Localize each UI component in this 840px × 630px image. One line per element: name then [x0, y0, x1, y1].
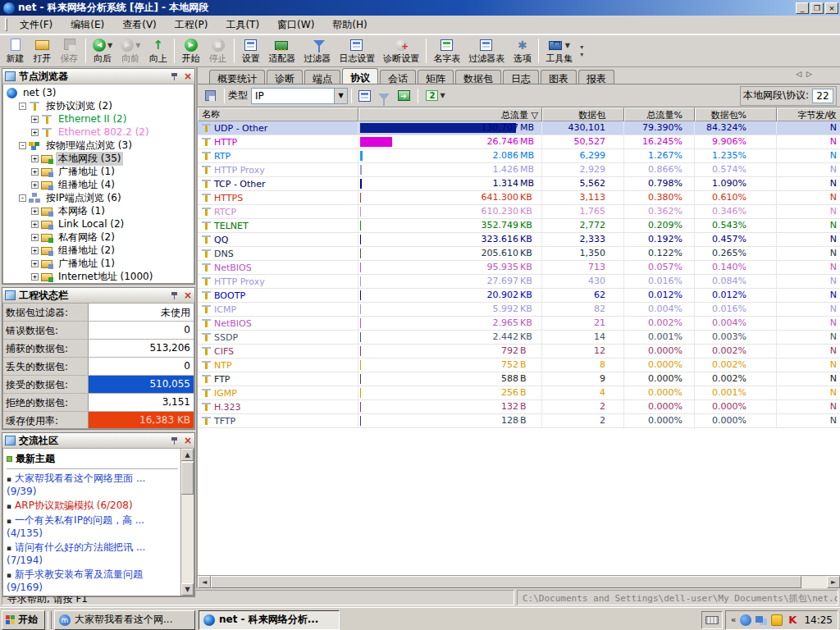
maxthon-tray-icon[interactable]	[740, 614, 751, 626]
forum-topic-link[interactable]: ▪一个有关私有IP的问题，高 ... (4/135)	[7, 514, 178, 540]
pin-icon[interactable]	[171, 436, 179, 445]
horizontal-scrollbar[interactable]: ◄ ►	[198, 575, 840, 588]
tab-日志[interactable]: 日志	[503, 70, 539, 84]
toolbar-button-filter-table-grid[interactable]: 过滤器表	[464, 36, 509, 66]
refresh-button[interactable]: 2▼	[422, 88, 450, 104]
details-button[interactable]	[355, 88, 373, 104]
menu-item[interactable]: 编辑(E)	[62, 16, 113, 33]
antivirus-tray-icon[interactable]: K	[787, 614, 798, 626]
menu-item[interactable]: 文件(F)	[11, 16, 62, 33]
protocol-row[interactable]: TCP - Other1.314MB5,5620.798%1.090%N	[198, 177, 840, 191]
menu-item[interactable]: 工具(T)	[217, 16, 268, 33]
toolbar-button-new-page[interactable]: 新建	[2, 36, 29, 66]
tab-报表[interactable]: 报表	[578, 70, 614, 84]
protocol-row[interactable]: HTTP26.746MB50,52716.245%9.906%N	[198, 135, 840, 149]
tab-概要统计[interactable]: 概要统计	[209, 70, 265, 84]
input-method-button[interactable]	[701, 611, 723, 629]
column-header-2[interactable]: 总流量 ▽	[358, 107, 542, 121]
tab-诊断[interactable]: 诊断	[267, 70, 303, 84]
protocol-row[interactable]: NetBIOS2.965KB210.002%0.004%N	[198, 317, 840, 331]
toolbar-button-diagnosis-settings[interactable]: 诊断设置	[379, 36, 423, 66]
tab-矩阵[interactable]: 矩阵	[418, 70, 454, 84]
taskbar-task-app[interactable]: net - 科来网络分析...	[199, 610, 340, 630]
scroll-down-icon[interactable]: ▼	[181, 583, 194, 596]
protocol-row[interactable]: HTTP Proxy27.697KB4300.016%0.084%N	[198, 275, 840, 289]
toolbar-button-name-table-grid[interactable]: 名字表	[429, 36, 464, 66]
tree-item[interactable]: +组播地址 (2)	[5, 244, 194, 257]
protocol-row[interactable]: CIFS792B120.000%0.002%N	[198, 345, 840, 358]
tree-item[interactable]: -按IP端点浏览 (6)	[5, 191, 194, 204]
scrollbar-thumb[interactable]	[181, 462, 194, 495]
chevron-down-icon[interactable]: ▼	[107, 42, 112, 49]
security-tray-icon[interactable]	[771, 614, 783, 626]
forum-topic-link[interactable]: ▪新手求教安装布署及流量问题 (9/169)	[7, 568, 178, 594]
expand-icon[interactable]: +	[31, 129, 39, 136]
save-button[interactable]	[201, 88, 219, 104]
expand-icon[interactable]: +	[31, 247, 39, 254]
minimize-button[interactable]: _	[796, 2, 809, 14]
toolbar-button-back-circle[interactable]: ◀▼向后	[89, 36, 116, 66]
chevron-down-icon[interactable]: ▼	[135, 42, 140, 49]
toolbar-button-filter-funnel[interactable]: 过滤器	[299, 36, 335, 66]
expand-icon[interactable]: +	[31, 168, 39, 176]
tree-item[interactable]: +Internet地址 (1000)	[5, 270, 194, 283]
protocol-row[interactable]: NTP752B80.000%0.002%N	[198, 358, 840, 372]
menu-item[interactable]: 查看(V)	[113, 16, 166, 33]
tab-scroll-arrows[interactable]: ◁▷	[796, 70, 817, 78]
scroll-left-icon[interactable]: ◄	[198, 576, 211, 588]
menu-item[interactable]: 工程(P)	[166, 16, 217, 33]
protocol-row[interactable]: IGMP256B40.000%0.001%N	[198, 386, 840, 400]
protocol-row[interactable]: SSDP2.442KB140.001%0.003%N	[198, 331, 840, 345]
protocol-row[interactable]: TELNET352.749KB2,7720.209%0.543%N	[198, 219, 840, 233]
protocol-row[interactable]: TFTP128B20.000%0.000%N	[198, 414, 840, 428]
pin-icon[interactable]	[171, 291, 179, 300]
tab-端点[interactable]: 端点	[304, 70, 340, 84]
column-header-5[interactable]: 数据包%	[695, 107, 777, 121]
close-icon[interactable]: ×	[184, 436, 192, 445]
scroll-up-icon[interactable]: ▲	[181, 449, 194, 461]
collapse-tray-icon[interactable]: «	[731, 614, 737, 625]
column-header-6[interactable]: 字节发/收	[777, 107, 840, 121]
tree-item[interactable]: +广播地址 (1)	[5, 257, 194, 270]
scroll-right-icon[interactable]: ►	[827, 576, 840, 588]
protocol-row[interactable]: ICMP5.992KB820.004%0.016%N	[198, 303, 840, 317]
tree-item[interactable]: +广播地址 (1)	[5, 165, 194, 178]
protocol-row[interactable]: HTTPS641.300KB3,1130.380%0.610%N	[198, 191, 840, 205]
close-icon[interactable]: ×	[184, 71, 192, 81]
close-button[interactable]: ×	[825, 2, 838, 14]
toolbar-button-adapter-card[interactable]: 适配器	[264, 36, 299, 66]
tree-item[interactable]: +Ethernet 802.2 (2)	[5, 126, 194, 139]
restore-button[interactable]: ❐	[810, 2, 824, 14]
protocol-row[interactable]: RTP2.086MB6,2991.267%1.235%N	[198, 149, 840, 163]
network-tray-icon[interactable]	[756, 614, 767, 626]
protocol-row[interactable]: RTCP610.230KB1,7650.362%0.346%N	[198, 205, 840, 219]
community-scrollbar[interactable]: ▲ ▼	[180, 449, 194, 596]
toolbar-button-log-settings-grid[interactable]: 日志设置	[335, 36, 379, 66]
toolbar-button-options-gear[interactable]: ✱选项	[509, 36, 536, 66]
tab-会话[interactable]: 会话	[380, 70, 416, 84]
toolbar-button-toolbox[interactable]: ▼工具集	[541, 36, 577, 66]
toolbar-overflow-button[interactable]: ▾▾	[577, 36, 587, 66]
column-header-3[interactable]: 数据包	[542, 107, 624, 121]
tab-数据包[interactable]: 数据包	[455, 70, 501, 84]
expand-icon[interactable]: +	[31, 208, 39, 215]
expand-icon[interactable]: +	[31, 221, 39, 228]
forum-topic-link[interactable]: ▪ARP协议欺骗模拟 (6/208)	[7, 500, 178, 513]
tree-item[interactable]: -按协议浏览 (2)	[5, 99, 194, 112]
protocol-row[interactable]: QQ323.616KB2,3330.192%0.457%N	[198, 233, 840, 247]
expand-icon[interactable]: +	[31, 155, 39, 162]
expand-icon[interactable]: +	[31, 116, 39, 123]
tree-item[interactable]: +Link Local (2)	[5, 217, 194, 231]
collapse-icon[interactable]: -	[19, 103, 26, 110]
expand-icon[interactable]: +	[31, 234, 39, 241]
protocol-row[interactable]: H.323132B20.000%0.000%N	[198, 400, 840, 414]
protocol-row[interactable]: HTTP Proxy1.426MB2,9290.866%0.574%N	[198, 163, 840, 177]
tree-item[interactable]: +本网络 (1)	[5, 204, 194, 217]
expand-icon[interactable]: +	[31, 273, 39, 281]
filter-button[interactable]	[375, 88, 393, 104]
protocol-row[interactable]: BOOTP20.902KB620.012%0.012%N	[198, 289, 840, 303]
column-header-1[interactable]: 名称	[198, 107, 358, 121]
forum-topic-link[interactable]: ▪请问有什么好的方法能把讯 ... (7/194)	[7, 541, 178, 567]
close-icon[interactable]: ×	[184, 290, 192, 300]
protocol-row[interactable]: FTP588B90.000%0.002%N	[198, 372, 840, 386]
